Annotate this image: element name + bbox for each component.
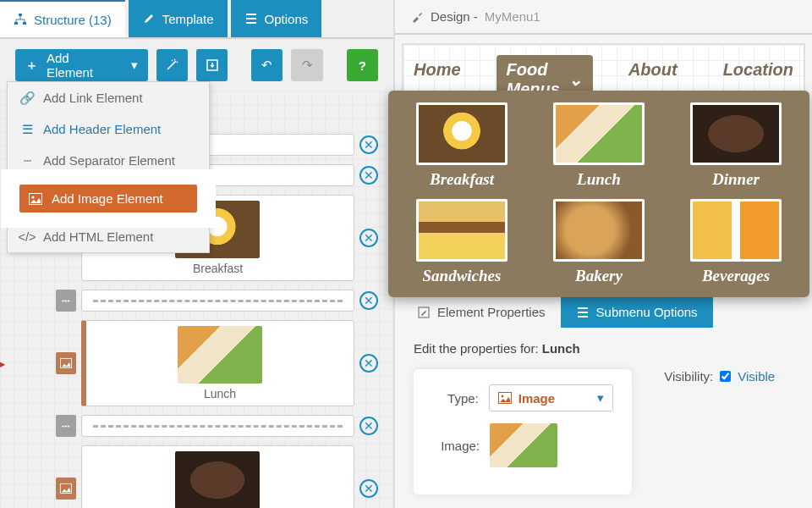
mega-caption: Dinner (712, 170, 760, 189)
mega-item-bakery[interactable]: Bakery (530, 199, 667, 285)
tab-template-label: Template (162, 12, 214, 26)
design-name: MyMenu1 (485, 9, 540, 24)
sitemap-icon (14, 13, 27, 26)
prop-image-row: Image: (432, 423, 613, 467)
left-panel: Structure (13) Template Options ＋ Add El… (0, 0, 395, 508)
mega-menu: Breakfast Lunch Dinner Sandwiches Bakery (388, 91, 809, 297)
wand-icon (165, 58, 178, 72)
mega-item-dinner[interactable]: Dinner (667, 102, 804, 189)
delete-button[interactable]: ✕ (359, 135, 378, 154)
thumbnail-lunch (178, 326, 262, 384)
tab-design[interactable]: Design - MyMenu1 (395, 0, 556, 33)
properties-lead-prefix: Edit the properties for: (414, 341, 542, 356)
structure-placeholder (194, 134, 354, 156)
tab-template[interactable]: Template (129, 0, 228, 37)
header-lines-icon: ☰ (19, 123, 35, 136)
mega-caption: Bakery (575, 267, 623, 285)
image-type-icon (56, 352, 76, 374)
type-value: Image (518, 391, 555, 406)
help-button[interactable]: ? (347, 49, 378, 81)
left-tabs: Structure (13) Template Options (0, 0, 393, 39)
undo-button[interactable]: ↶ (251, 49, 283, 81)
separator-type-icon: ┄ (56, 415, 76, 437)
right-tabs: Design - MyMenu1 (395, 0, 812, 35)
link-icon: 🔗 (19, 91, 35, 105)
help-icon: ? (359, 58, 366, 73)
structure-row-separator[interactable]: ┄ ✕ (56, 290, 378, 312)
structure-card (81, 290, 354, 312)
dd-add-image[interactable]: Add Image Element (8, 176, 209, 221)
structure-row-separator[interactable]: ┄ ✕ (56, 415, 378, 437)
image-type-icon (56, 478, 76, 500)
type-select[interactable]: Image ▾ (489, 384, 613, 411)
tab-structure-label: Structure (13) (34, 13, 112, 27)
mega-item-beverages[interactable]: Beverages (667, 199, 804, 285)
tab-element-properties-label: Element Properties (437, 305, 546, 319)
prop-type-row: Type: Image ▾ (432, 384, 613, 411)
mega-thumb (690, 199, 782, 262)
mega-item-sandwiches[interactable]: Sandwiches (393, 199, 530, 285)
mega-item-lunch[interactable]: Lunch (530, 102, 667, 189)
redo-button[interactable]: ↷ (291, 49, 322, 81)
delete-button[interactable]: ✕ (359, 166, 378, 185)
tab-design-label: Design - (431, 9, 478, 24)
tab-submenu-options[interactable]: Submenu Options (561, 296, 713, 328)
thumbnail-dinner (175, 451, 260, 508)
mega-thumb (553, 199, 645, 262)
visibility-control: Visibility: Visible (664, 369, 775, 384)
add-element-label: Add Element (47, 51, 118, 80)
wand-button[interactable] (156, 49, 188, 81)
visibility-label: Visibility: (664, 369, 713, 384)
visibility-checkbox[interactable] (720, 371, 731, 382)
mega-caption: Sandwiches (423, 267, 502, 285)
right-panel: Design - MyMenu1 Home Food Menus ⌄ About… (395, 0, 812, 508)
dd-add-link-label: Add Link Element (43, 91, 143, 105)
delete-button[interactable]: ✕ (359, 291, 378, 310)
svg-rect-2 (23, 22, 26, 25)
mega-caption: Beverages (702, 267, 770, 285)
separator-type-icon: ┄ (56, 290, 76, 312)
visibility-link[interactable]: Visible (738, 369, 775, 384)
tab-structure[interactable]: Structure (13) (0, 0, 125, 37)
chevron-down-icon: ⌄ (568, 69, 583, 90)
mega-item-breakfast[interactable]: Breakfast (393, 102, 530, 189)
mega-caption: Breakfast (430, 170, 494, 189)
list-icon (244, 12, 258, 25)
delete-button[interactable]: ✕ (359, 479, 378, 498)
caret-down-icon: ▾ (131, 58, 138, 73)
type-label: Type: (432, 391, 479, 406)
structure-row-dinner[interactable]: Dinner ✕ (56, 445, 378, 508)
svg-rect-1 (14, 22, 18, 25)
mega-caption: Lunch (577, 170, 621, 189)
tab-element-properties[interactable]: Element Properties (402, 296, 561, 328)
separator-icon: ┄ (19, 154, 35, 168)
tab-options[interactable]: Options (231, 0, 322, 37)
dd-add-html[interactable]: </> Add HTML Element (8, 221, 209, 252)
tools-icon (410, 10, 424, 24)
mega-thumb (553, 102, 645, 165)
tab-submenu-options-label: Submenu Options (596, 305, 698, 319)
properties-card: Type: Image ▾ Image: (414, 369, 632, 494)
delete-button[interactable]: ✕ (359, 354, 378, 373)
dd-add-link[interactable]: 🔗 Add Link Element (8, 82, 209, 113)
image-icon (498, 392, 512, 404)
structure-card (81, 415, 354, 437)
import-button[interactable] (196, 49, 228, 81)
image-preview[interactable] (490, 423, 557, 467)
dd-add-separator[interactable]: ┄ Add Separator Element (8, 145, 209, 176)
delete-button[interactable]: ✕ (359, 229, 378, 247)
design-preview: Home Food Menus ⌄ About Location Breakfa… (402, 43, 805, 290)
left-toolbar: ＋ Add Element ▾ ↶ ↷ ? (0, 39, 393, 91)
delete-button[interactable]: ✕ (359, 417, 378, 435)
add-element-dropdown: 🔗 Add Link Element ☰ Add Header Element … (7, 81, 210, 253)
structure-label: Breakfast (193, 262, 243, 275)
add-element-button[interactable]: ＋ Add Element ▾ (15, 49, 148, 81)
structure-row-lunch[interactable]: ▶ Lunch ✕ (56, 320, 378, 406)
svg-point-11 (501, 395, 503, 398)
mega-thumb (690, 102, 782, 165)
selection-marker-icon: ▶ (0, 356, 5, 372)
image-icon (28, 192, 43, 206)
dd-add-header[interactable]: ☰ Add Header Element (8, 113, 209, 145)
structure-card: Dinner (81, 445, 354, 508)
import-icon (206, 58, 219, 72)
